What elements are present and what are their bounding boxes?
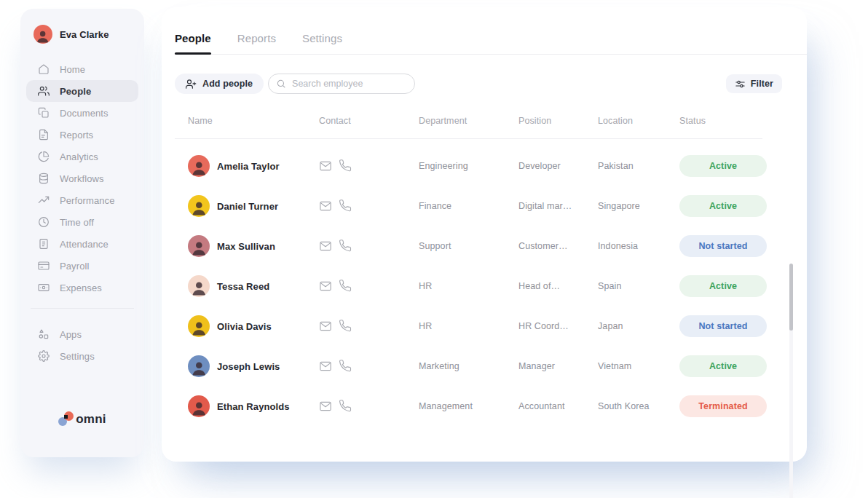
employee-location: Indonesia — [598, 241, 638, 251]
employee-name: Ethan Raynolds — [217, 400, 290, 411]
sidebar-item-attendance[interactable]: Attendance — [26, 233, 138, 255]
column-header-location: Location — [598, 116, 633, 126]
employee-location: Pakistan — [598, 161, 634, 171]
employee-location: Japan — [598, 321, 623, 331]
add-person-icon — [186, 79, 197, 90]
employee-position: HR Coord… — [518, 321, 569, 331]
table-row[interactable]: Daniel Turner Finance Digital mar… Singa… — [175, 186, 776, 226]
mail-icon[interactable] — [319, 280, 332, 293]
mail-icon[interactable] — [319, 240, 332, 253]
sidebar-item-workflows[interactable]: Workflows — [26, 167, 138, 189]
sidebar-item-performance[interactable]: Performance — [26, 189, 138, 211]
table-row[interactable]: Ethan Raynolds Management Accountant Sou… — [175, 386, 776, 426]
employee-position: Digital mar… — [518, 201, 572, 211]
sidebar-item-label: Reports — [60, 130, 93, 141]
tab-people[interactable]: People — [175, 32, 211, 54]
filter-button[interactable]: Filter — [726, 74, 782, 93]
table-row[interactable]: Joseph Lewis Marketing Manager Vietnam A… — [175, 346, 776, 386]
sidebar-item-payroll[interactable]: Payroll — [26, 255, 138, 277]
employee-location: Vietnam — [598, 361, 631, 371]
employee-location: Spain — [598, 281, 621, 291]
phone-icon[interactable] — [339, 320, 352, 333]
search-icon — [276, 79, 286, 89]
sidebar-item-label: Payroll — [60, 261, 89, 272]
mail-icon[interactable] — [319, 400, 332, 413]
employee-table: NameContactDepartmentPositionLocationSta… — [175, 116, 807, 426]
sidebar-item-apps[interactable]: Apps — [26, 323, 138, 345]
employee-avatar-icon — [188, 395, 210, 417]
apps-icon — [38, 328, 50, 340]
contact-cell — [319, 360, 352, 373]
employee-department: Marketing — [419, 361, 459, 371]
performance-icon — [38, 194, 50, 206]
add-people-button[interactable]: Add people — [175, 74, 264, 94]
employee-avatar-icon — [188, 155, 210, 177]
time-off-icon — [38, 216, 50, 228]
sidebar-item-label: Settings — [60, 351, 95, 362]
column-header-department: Department — [419, 116, 467, 126]
settings-icon — [38, 350, 50, 362]
sidebar-item-label: Documents — [60, 108, 108, 119]
status-badge: Not started — [679, 315, 767, 337]
employee-avatar-icon — [188, 235, 210, 257]
phone-icon[interactable] — [339, 360, 352, 373]
tab-reports[interactable]: Reports — [237, 32, 276, 54]
employee-name: Max Sullivan — [217, 240, 275, 251]
sidebar-item-settings[interactable]: Settings — [26, 345, 138, 367]
status-badge: Active — [679, 275, 767, 297]
sidebar-item-label: Time off — [60, 217, 94, 228]
phone-icon[interactable] — [339, 400, 352, 413]
contact-cell — [319, 199, 352, 213]
omni-logo-text: omni — [76, 412, 106, 427]
user-avatar-icon — [33, 25, 52, 44]
sidebar-item-label: Home — [60, 64, 85, 75]
status-badge: Active — [679, 195, 767, 217]
employee-avatar-icon — [188, 355, 210, 377]
tab-settings[interactable]: Settings — [302, 32, 342, 54]
mail-icon[interactable] — [319, 360, 332, 373]
phone-icon[interactable] — [339, 199, 352, 213]
status-badge: Active — [679, 355, 767, 377]
employee-position: Manager — [518, 361, 555, 371]
expenses-icon — [38, 282, 50, 293]
documents-icon — [38, 107, 50, 119]
scrollbar-thumb[interactable] — [789, 264, 793, 331]
status-badge: Not started — [679, 235, 767, 257]
sidebar-item-documents[interactable]: Documents — [26, 102, 138, 124]
sidebar-nav-secondary: Apps Settings — [26, 323, 138, 367]
table-row[interactable]: Olivia Davis HR HR Coord… Japan Not star… — [175, 306, 776, 346]
mail-icon[interactable] — [319, 320, 332, 333]
contact-cell — [319, 280, 352, 293]
contact-cell — [319, 159, 352, 173]
employee-department: HR — [419, 321, 432, 331]
tab-bar: PeopleReportsSettings — [175, 32, 807, 55]
sidebar-item-analytics[interactable]: Analytics — [26, 146, 138, 167]
sidebar-item-expenses[interactable]: Expenses — [26, 277, 138, 299]
phone-icon[interactable] — [339, 159, 352, 173]
table-row[interactable]: Tessa Reed HR Head of… Spain Active — [175, 266, 776, 306]
user-profile[interactable]: Eva Clarke — [33, 25, 138, 44]
table-row[interactable]: Amelia Taylor Engineering Developer Paki… — [175, 146, 776, 186]
mail-icon[interactable] — [319, 159, 332, 173]
omni-logo: omni — [20, 411, 144, 428]
sidebar-item-home[interactable]: Home — [26, 58, 138, 80]
mail-icon[interactable] — [319, 199, 332, 213]
sidebar-divider — [31, 308, 134, 309]
employee-position: Developer — [518, 161, 561, 171]
contact-cell — [319, 400, 352, 413]
contact-cell — [319, 320, 352, 333]
employee-name: Joseph Lewis — [217, 360, 280, 371]
status-badge: Active — [679, 155, 767, 177]
sidebar-item-reports[interactable]: Reports — [26, 124, 138, 146]
table-row[interactable]: Max Sullivan Support Customer… Indonesia… — [175, 226, 776, 266]
sidebar-item-people[interactable]: People — [26, 80, 138, 102]
sidebar-item-time-off[interactable]: Time off — [26, 211, 138, 233]
employee-name: Olivia Davis — [217, 320, 272, 331]
phone-icon[interactable] — [339, 240, 352, 253]
employee-department: Engineering — [419, 161, 468, 171]
phone-icon[interactable] — [339, 280, 352, 293]
search-input[interactable] — [268, 74, 415, 94]
column-header-position: Position — [518, 116, 551, 126]
home-icon — [38, 63, 50, 75]
employee-department: HR — [419, 281, 432, 291]
